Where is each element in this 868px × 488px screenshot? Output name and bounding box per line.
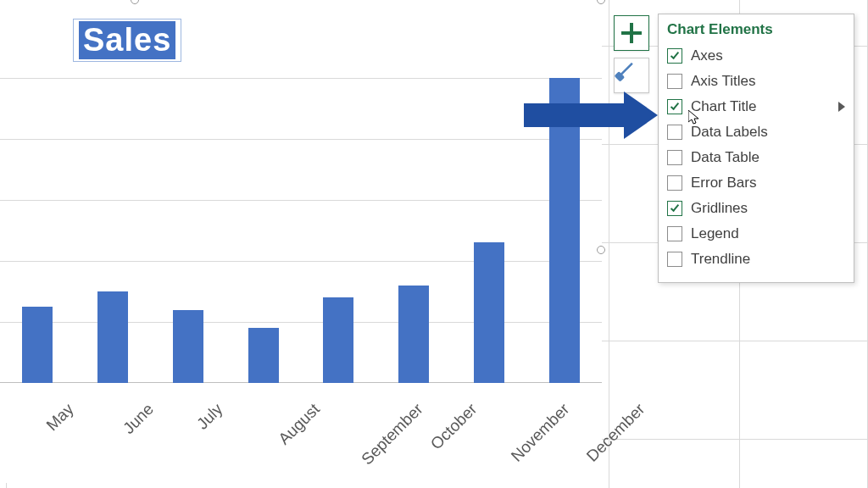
chart-element-option[interactable]: Data Labels [667,119,845,145]
option-label: Legend [691,225,739,242]
checkbox[interactable] [667,226,682,241]
chart-styles-button[interactable] [614,58,649,93]
check-icon [670,202,679,212]
chart-element-option[interactable]: Data Table [667,145,845,170]
x-axis-label: December [582,400,648,466]
checkbox[interactable] [667,252,682,267]
option-label: Trendline [691,251,750,268]
checkbox[interactable] [667,175,682,191]
annotation-arrow [524,92,676,139]
chart-element-option[interactable]: Gridlines [667,196,845,221]
flyout-title: Chart Elements [667,21,845,38]
chart-side-buttons [614,15,651,100]
x-axis-labels: MayJuneJulyAugustSeptemberOctoberNovembe… [0,390,602,483]
checkbox[interactable] [667,48,682,64]
bar[interactable] [323,297,353,383]
x-axis-label: October [427,400,481,453]
chart-title[interactable]: Sales [73,19,181,62]
option-label: Gridlines [691,200,748,217]
bar[interactable] [474,242,504,383]
x-axis-label: November [508,400,574,466]
x-axis-label: May [43,400,78,435]
chart-element-option[interactable]: Trendline [667,247,845,272]
submenu-arrow-icon[interactable] [838,102,845,112]
option-label: Error Bars [691,175,756,191]
selection-handle[interactable] [597,0,605,4]
chart-elements-flyout[interactable]: Chart Elements AxesAxis TitlesChart Titl… [658,14,854,283]
chart-element-option[interactable]: Legend [667,221,845,247]
chart-title-text[interactable]: Sales [79,21,175,59]
option-label: Data Labels [691,124,768,141]
selection-handle[interactable] [131,0,139,4]
checkbox[interactable] [667,150,682,165]
option-label: Chart Title [691,98,756,115]
chart-object[interactable]: Sales MayJuneJulyAugustSeptemberOctoberN… [0,0,602,483]
option-label: Data Table [691,149,760,166]
checkbox[interactable] [667,74,682,89]
chart-element-option[interactable]: Chart Title [667,94,845,119]
plus-icon [621,23,642,43]
x-axis-label: September [359,400,427,469]
plot-area[interactable] [0,78,602,383]
bar[interactable] [97,291,128,383]
x-axis-label: August [275,400,323,448]
data-series[interactable] [0,78,602,383]
chart-element-option[interactable]: Error Bars [667,170,845,196]
option-label: Axes [691,47,723,64]
x-axis-label: June [120,400,158,438]
option-label: Axis Titles [691,73,756,90]
chart-element-option[interactable]: Axis Titles [667,69,845,94]
bar[interactable] [248,328,279,383]
chart-element-option[interactable]: Axes [667,43,845,69]
brush-icon [618,62,644,88]
x-axis-label: July [193,400,226,433]
bar[interactable] [22,307,53,383]
bar[interactable] [398,286,429,383]
bar[interactable] [173,310,203,383]
checkbox[interactable] [667,201,682,216]
chart-elements-button[interactable] [614,15,649,51]
check-icon [670,50,679,59]
